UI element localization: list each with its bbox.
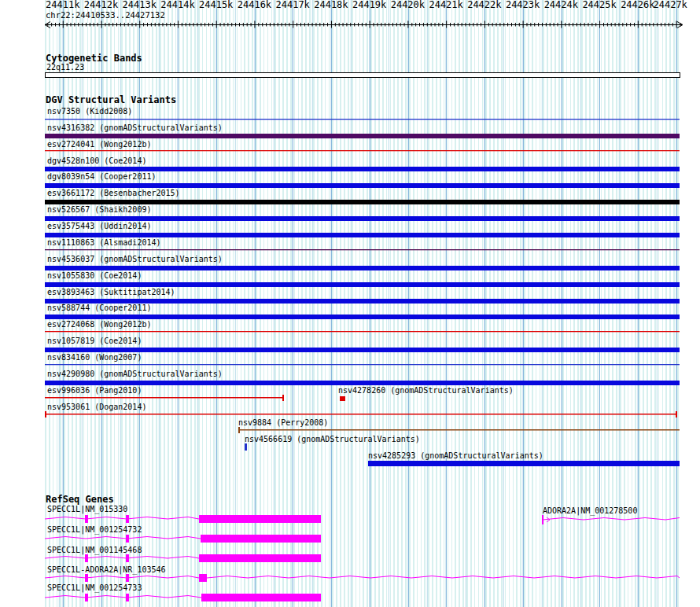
- variant-segment[interactable]: [45, 397, 283, 399]
- ruler-minor-tick: [116, 23, 117, 27]
- variant-box[interactable]: [245, 443, 247, 451]
- gene-exon-tick[interactable]: [126, 515, 129, 523]
- gene-exon-tick[interactable]: [85, 594, 88, 601]
- variant-bar[interactable]: [45, 282, 680, 287]
- variant-label[interactable]: nsv4278260 (gnomADStructuralVariants): [338, 386, 514, 395]
- variant-bar[interactable]: [45, 167, 680, 171]
- ruler-minor-tick: [622, 23, 623, 27]
- variant-bar[interactable]: [45, 134, 680, 138]
- variant-label[interactable]: nsv1110863 (Alsmadi2014): [47, 238, 161, 248]
- ruler-line[interactable]: [45, 24, 682, 25]
- variant-label[interactable]: nsv4536037 (gnomADStructuralVariants): [47, 255, 223, 264]
- gene-intron-line[interactable]: [45, 576, 199, 579]
- ruler-minor-tick: [239, 23, 240, 27]
- gene-exon-tick[interactable]: [85, 515, 88, 523]
- gene-label[interactable]: SPECC1L-ADORA2A|NR_103546: [47, 565, 166, 575]
- gene-label[interactable]: SPECC1L|NM_015330: [47, 505, 127, 514]
- gene-exon-block[interactable]: [199, 574, 207, 582]
- variant-label[interactable]: esv2724041 (Wong2012b): [47, 140, 151, 149]
- variant-line[interactable]: [45, 150, 680, 151]
- gene-exon-block[interactable]: [199, 554, 321, 562]
- gene-label[interactable]: SPECC1L|NM_001145468: [47, 546, 142, 555]
- ruler-tick-label: 24425k: [582, 0, 616, 10]
- ruler-minor-tick: [661, 23, 661, 27]
- variant-label[interactable]: nsv834160 (Wong2007): [47, 353, 142, 362]
- variant-bar[interactable]: [45, 348, 680, 352]
- gene-label[interactable]: SPECC1L|NM_001254733: [47, 583, 142, 593]
- variant-label[interactable]: nsv1055830 (Coe2014): [47, 271, 142, 281]
- variant-label[interactable]: esv996036 (Pang2010): [47, 386, 142, 395]
- variant-label[interactable]: nsv1057819 (Coe2014): [47, 337, 142, 346]
- variant-label[interactable]: esv2724068 (Wong2012b): [47, 320, 151, 329]
- variant-bar[interactable]: [45, 315, 680, 319]
- ruler-minor-tick: [469, 23, 470, 27]
- variant-label[interactable]: nsv588744 (Cooper2011): [47, 304, 151, 313]
- variant-box[interactable]: [340, 396, 345, 401]
- ruler-minor-tick: [282, 23, 282, 27]
- variant-bar[interactable]: [45, 216, 680, 221]
- ruler-minor-tick: [672, 23, 673, 27]
- variant-label[interactable]: nsv9884 (Perry2008): [238, 418, 328, 428]
- gene-exon-block[interactable]: [201, 535, 321, 543]
- ruler-major-tick: [599, 21, 600, 28]
- gene-intron-line[interactable]: [207, 576, 680, 579]
- gene-exon-tick[interactable]: [126, 554, 129, 562]
- gene-intron-line[interactable]: [45, 596, 201, 598]
- ruler-minor-tick: [649, 23, 650, 27]
- variant-bar[interactable]: [45, 233, 680, 237]
- variant-label[interactable]: nsv4316382 (gnomADStructuralVariants): [47, 123, 223, 133]
- variant-bar[interactable]: [45, 200, 680, 204]
- ruler-minor-tick: [82, 23, 83, 27]
- ruler-major-tick: [216, 21, 217, 28]
- variant-bar[interactable]: [45, 381, 680, 385]
- ruler-minor-tick: [67, 23, 68, 27]
- variant-line[interactable]: [45, 364, 680, 365]
- gene-exon-tick[interactable]: [126, 594, 129, 601]
- variant-line[interactable]: [45, 331, 680, 332]
- variant-label[interactable]: nsv4290980 (gnomADStructuralVariants): [47, 370, 223, 379]
- ruler-minor-tick: [258, 23, 259, 27]
- variant-bar[interactable]: [368, 461, 680, 466]
- ruler-minor-tick: [550, 23, 551, 27]
- variant-label[interactable]: esv3893463 (Suktitipat2014): [47, 288, 175, 297]
- gene-intron-line[interactable]: [45, 517, 199, 520]
- ruler-minor-tick: [166, 23, 167, 27]
- gene-label[interactable]: SPECC1L|NM_001254732: [47, 525, 142, 535]
- cytoband-feature[interactable]: [45, 72, 680, 78]
- variant-segment[interactable]: [45, 414, 676, 415]
- gene-exon-block[interactable]: [201, 594, 321, 601]
- gene-exon-tick[interactable]: [126, 535, 129, 543]
- variant-label[interactable]: dgv4528n100 (Coe2014): [47, 156, 146, 166]
- gene-exon-tick[interactable]: [85, 574, 88, 582]
- ruler-minor-tick: [105, 23, 105, 27]
- cytoband-label[interactable]: 22q11.23: [46, 63, 84, 72]
- ruler-minor-tick: [580, 23, 581, 27]
- variant-label[interactable]: nsv7350 (Kidd2008): [47, 107, 132, 116]
- variant-label[interactable]: dgv8039n54 (Cooper2011): [47, 172, 156, 182]
- variant-label[interactable]: nsv953061 (Dogan2014): [47, 403, 146, 412]
- variant-segment[interactable]: [238, 429, 680, 431]
- ruler-minor-tick: [59, 23, 60, 27]
- gene-intron-line[interactable]: [543, 518, 680, 521]
- gene-label[interactable]: ADORA2A|NM_001278500: [543, 506, 637, 516]
- gene-exon-tick[interactable]: [126, 574, 129, 582]
- variant-line[interactable]: [45, 119, 680, 120]
- gene-exon-block[interactable]: [199, 515, 321, 523]
- gene-intron-line[interactable]: [45, 557, 199, 559]
- gene-exon-tick[interactable]: [85, 554, 88, 562]
- variant-line[interactable]: [45, 249, 680, 250]
- variant-bar[interactable]: [45, 183, 680, 188]
- variant-label[interactable]: nsv4285293 (gnomADStructuralVariants): [368, 451, 543, 461]
- variant-label[interactable]: nsv4566619 (gnomADStructuralVariants): [245, 435, 420, 444]
- variant-label[interactable]: esv3575443 (Uddin2014): [47, 222, 151, 231]
- variant-label[interactable]: esv3661172 (Besenbacher2015): [47, 189, 180, 198]
- ruler-tick-label: 24423k: [506, 0, 540, 10]
- ruler-minor-tick: [278, 23, 278, 27]
- ruler-minor-tick: [488, 23, 489, 27]
- variant-label[interactable]: nsv526567 (Shaikh2009): [47, 205, 151, 215]
- ruler-tick-label: 24416k: [238, 0, 271, 10]
- gene-intron-line[interactable]: [45, 537, 201, 539]
- genome-browser-panel: chr22:24410533..24427132 24411k24412k244…: [0, 0, 700, 607]
- ruler-minor-tick: [642, 23, 643, 27]
- variant-bar[interactable]: [45, 266, 680, 270]
